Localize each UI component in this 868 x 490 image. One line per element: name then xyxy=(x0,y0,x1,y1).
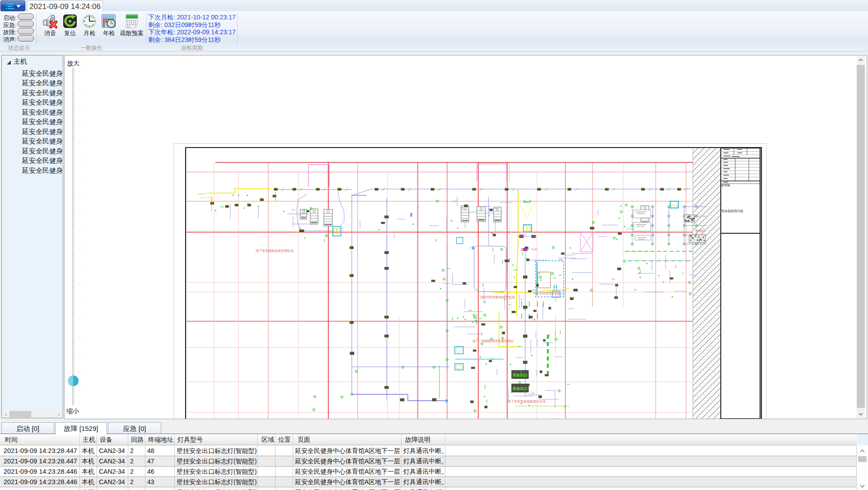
svg-text:安全疏散指示图: 安全疏散指示图 xyxy=(721,209,743,213)
svg-text:Ⅱ: Ⅱ xyxy=(410,213,412,217)
svg-text:□Ⅱ: □Ⅱ xyxy=(470,246,474,250)
svg-text:图审核: 图审核 xyxy=(721,184,730,187)
svg-text:▥▥ □ 0 A: ▥▥ □ 0 A xyxy=(521,247,537,251)
svg-text:火灾自动报警联动区: 火灾自动报警联动区 xyxy=(533,291,561,295)
svg-text:配电间: 配电间 xyxy=(695,229,705,233)
svg-text:地下车库安全疏散指示区域: 地下车库安全疏散指示区域 xyxy=(507,400,546,403)
svg-text:消防控制室配电照明区域: 消防控制室配电照明区域 xyxy=(480,296,515,299)
svg-text:安全出口: 安全出口 xyxy=(513,386,527,391)
svg-text:地下车库疏散走道照明区域: 地下车库疏散走道照明区域 xyxy=(255,249,294,253)
svg-text:Ⅱ: Ⅱ xyxy=(445,399,447,403)
svg-text:安全出口: 安全出口 xyxy=(513,373,527,377)
